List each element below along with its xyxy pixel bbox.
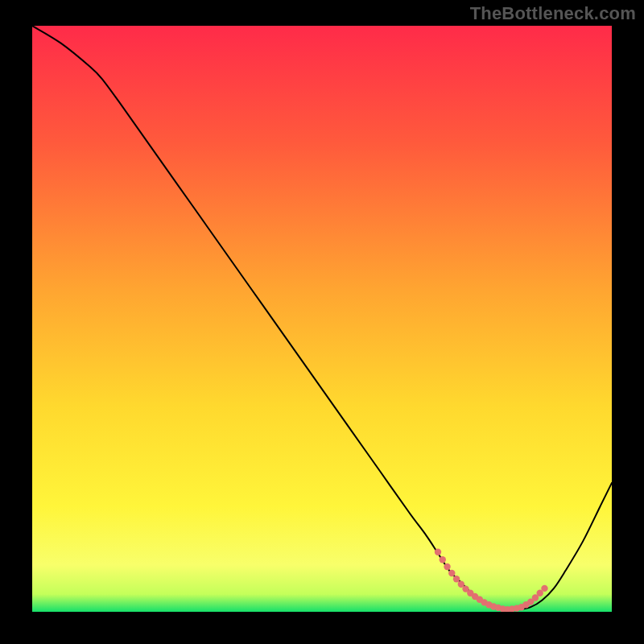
svg-point-0 xyxy=(435,549,441,555)
svg-point-4 xyxy=(453,576,460,582)
svg-point-2 xyxy=(444,564,450,570)
bottleneck-chart xyxy=(32,26,612,612)
gradient-background xyxy=(32,26,612,612)
watermark-text: TheBottleneck.com xyxy=(470,3,636,24)
svg-point-3 xyxy=(448,570,455,576)
svg-point-23 xyxy=(541,585,547,592)
plot-area xyxy=(32,26,612,612)
chart-frame: TheBottleneck.com xyxy=(0,0,644,644)
svg-point-1 xyxy=(440,556,446,563)
